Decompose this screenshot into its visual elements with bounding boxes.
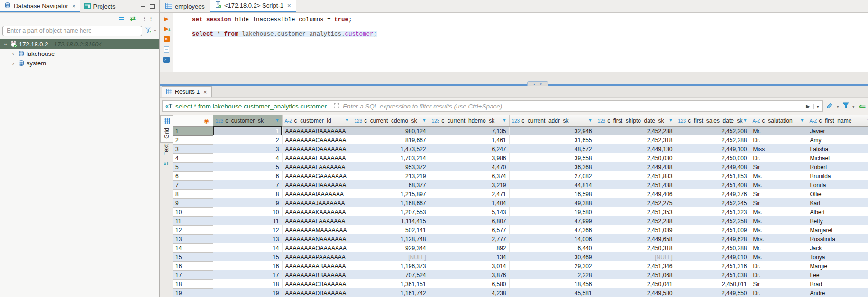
grid-cell[interactable]: 44,814 [509, 180, 595, 189]
grid-cell[interactable]: 1,703,214 [352, 153, 429, 162]
grid-cell[interactable]: Javier [807, 126, 868, 135]
grid-cell[interactable]: Jack [807, 243, 868, 252]
explain-plan-icon[interactable] [164, 46, 169, 53]
grid-cell[interactable]: 502,141 [352, 225, 429, 234]
row-number[interactable]: 8 [173, 189, 213, 198]
row-number[interactable]: 19 [173, 288, 213, 297]
grid-cell[interactable]: 7,135 [429, 126, 509, 135]
grid-cell[interactable]: 2,451,408 [676, 180, 750, 189]
sort-dropdown-icon[interactable]: ▼ [800, 118, 804, 123]
grid-cell[interactable]: 30,469 [509, 252, 595, 261]
grid-cell[interactable]: 1,404 [429, 198, 509, 207]
grid-cell[interactable]: 5 [213, 162, 282, 171]
sql-line[interactable]: select * from lakehouse.customer_analyti… [192, 31, 868, 38]
grid-cell[interactable]: Betty [807, 216, 868, 225]
grid-cell[interactable]: 2,452,258 [676, 216, 750, 225]
chevron-down-icon[interactable]: › [153, 30, 158, 32]
grid-cell[interactable]: 2,451,009 [676, 225, 750, 234]
column-header-c_customer_id[interactable]: A-Z▼c_customer_id [282, 115, 352, 126]
row-number[interactable]: 10 [173, 207, 213, 216]
grid-cell[interactable]: 2,471 [429, 189, 509, 198]
grid-cell[interactable]: 1,128,748 [352, 234, 429, 243]
grid-cell[interactable]: 15 [213, 252, 282, 261]
grid-cell[interactable]: 2,450,000 [676, 153, 750, 162]
grid-cell[interactable]: 1,196,373 [352, 261, 429, 270]
grid-cell[interactable]: 16 [213, 261, 282, 270]
grid-cell[interactable]: 2,452,318 [595, 135, 676, 144]
grid-cell[interactable]: AAAAAAAANAAAAAAA [282, 234, 352, 243]
grid-cell[interactable]: Latisha [807, 144, 868, 153]
grid-cell[interactable]: 2,449,376 [676, 189, 750, 198]
grid-cell[interactable]: 4,238 [429, 288, 509, 297]
grid-cell[interactable]: 2,450,288 [676, 243, 750, 252]
filter-settings-icon[interactable] [145, 27, 152, 36]
grid-cell[interactable]: 2,451,039 [595, 225, 676, 234]
maximize-icon[interactable] [150, 4, 155, 9]
grid-cell[interactable]: AAAAAAAAKAAAAAAA [282, 207, 352, 216]
tree-item-system[interactable]: ›system [0, 58, 159, 68]
grid-cell[interactable]: 14 [213, 243, 282, 252]
grid-cell[interactable]: 2,451,068 [595, 270, 676, 279]
grid-cell[interactable]: 6,440 [509, 243, 595, 252]
grid-cell[interactable]: Sir [750, 189, 807, 198]
grid-cell[interactable]: Mr. [750, 126, 807, 135]
grid-cell[interactable]: 17 [213, 270, 282, 279]
grid-cell[interactable]: Ollie [807, 189, 868, 198]
grid-cell[interactable]: 49,388 [509, 198, 595, 207]
grid-cell[interactable]: AAAAAAAACBAAAAAA [282, 279, 352, 288]
grid-cell[interactable]: 213,219 [352, 171, 429, 180]
sql-code[interactable]: set session hide_inaccessible_columns = … [192, 17, 868, 38]
sql-editor[interactable]: set session hide_inaccessible_columns = … [173, 13, 868, 72]
grid-cell[interactable]: 1,461 [429, 135, 509, 144]
grid-cell[interactable]: 1,207,553 [352, 207, 429, 216]
grid-cell[interactable]: Miss [750, 144, 807, 153]
grid-cell[interactable]: 3,219 [429, 180, 509, 189]
tab-grid[interactable]: Grid [160, 115, 173, 143]
grid-cell[interactable]: 14,006 [509, 234, 595, 243]
grid-cell[interactable]: 2,451,853 [676, 171, 750, 180]
row-number[interactable]: 17 [173, 270, 213, 279]
grid-cell[interactable]: 19 [213, 288, 282, 297]
row-number[interactable]: 4 [173, 153, 213, 162]
grid-cell[interactable]: 2,451,353 [595, 207, 676, 216]
grid-cell[interactable]: Robert [807, 162, 868, 171]
grid-cell[interactable]: 39,558 [509, 153, 595, 162]
grid-cell[interactable]: 32,946 [509, 126, 595, 135]
grid-cell[interactable]: AAAAAAAALAAAAAAA [282, 216, 352, 225]
grid-cell[interactable]: Brunilda [807, 171, 868, 180]
grid-cell[interactable]: 10 [213, 207, 282, 216]
row-number[interactable]: 6 [173, 171, 213, 180]
grid-cell[interactable]: 2,452,288 [595, 216, 676, 225]
row-number[interactable]: 18 [173, 279, 213, 288]
grid-cell[interactable]: Mr. [750, 243, 807, 252]
grid-cell[interactable]: 2,777 [429, 234, 509, 243]
grid-cell[interactable]: 12 [213, 225, 282, 234]
grid-cell[interactable]: 2,449,406 [595, 189, 676, 198]
tab-script-1[interactable]: <172.18.0.2> Script-1 × [210, 0, 296, 12]
grid-cell[interactable]: Dr. [750, 261, 807, 270]
grid-cell[interactable]: 45,581 [509, 288, 595, 297]
grid-cell[interactable]: Dr. [750, 288, 807, 297]
tree-item-lakehouse[interactable]: ›lakehouse [0, 49, 159, 58]
grid-cell[interactable]: 2,450,011 [676, 279, 750, 288]
execute-new-tab-icon[interactable]: ▶+ [164, 26, 169, 32]
row-number[interactable]: 15 [173, 252, 213, 261]
row-number[interactable]: 16 [173, 261, 213, 270]
column-header-c_first_sales_date_sk[interactable]: 123▼c_first_sales_date_sk [676, 115, 750, 126]
grid-cell[interactable]: 29,302 [509, 261, 595, 270]
grid-cell[interactable]: 1,161,742 [352, 288, 429, 297]
grid-cell[interactable]: 47,999 [509, 216, 595, 225]
grid-cell[interactable]: Ms. [750, 207, 807, 216]
row-number[interactable]: 11 [173, 216, 213, 225]
close-icon[interactable]: × [203, 89, 207, 96]
grid-cell[interactable]: AAAAAAAAIAAAAAAA [282, 189, 352, 198]
sort-dropdown-icon[interactable]: ▼ [422, 118, 427, 123]
expand-filter-icon[interactable] [334, 102, 339, 110]
grid-cell[interactable]: Sir [750, 279, 807, 288]
grid-cell[interactable]: 1,361,151 [352, 279, 429, 288]
grid-cell[interactable]: Ms. [750, 252, 807, 261]
grid-cell[interactable]: Ms. [750, 171, 807, 180]
grid-cell[interactable]: 2,451,883 [595, 171, 676, 180]
grid-cell[interactable]: AAAAAAAADBAAAAAA [282, 288, 352, 297]
grid-cell[interactable]: 1 [213, 126, 282, 135]
